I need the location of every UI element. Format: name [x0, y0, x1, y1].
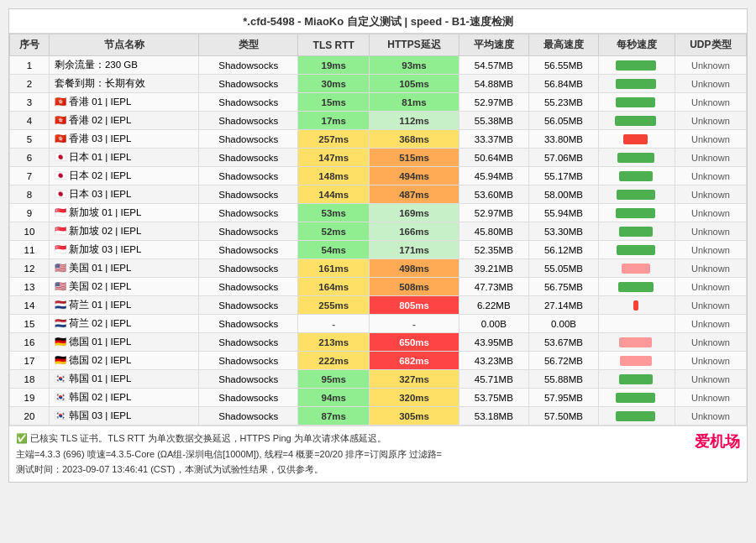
cell-max-speed: 53.30MB — [528, 222, 598, 241]
col-persec: 每秒速度 — [599, 34, 675, 56]
table-row: 10🇸🇬 新加坡 02 | IEPLShadowsocks52ms166ms45… — [10, 222, 747, 241]
cell-speed-bar — [599, 185, 675, 204]
cell-avg-speed: 45.80MB — [459, 222, 528, 241]
cell-https: 112ms — [370, 112, 459, 130]
cell-udp: Unknown — [675, 75, 746, 93]
cell-max-speed: 53.67MB — [528, 333, 598, 352]
cell-udp: Unknown — [675, 222, 746, 241]
cell-avg-speed: 45.71MB — [459, 370, 528, 389]
cell-max-speed: 27.14MB — [528, 296, 598, 315]
cell-type: Shadowsocks — [199, 130, 298, 149]
cell-max-speed: 56.75MB — [528, 278, 598, 296]
cell-https: 498ms — [370, 259, 459, 278]
cell-avg-speed: 53.18MB — [459, 407, 528, 426]
cell-id: 5 — [10, 130, 50, 149]
cell-id: 9 — [10, 204, 50, 222]
cell-speed-bar — [599, 333, 675, 352]
cell-https: 494ms — [370, 167, 459, 185]
cell-udp: Unknown — [675, 407, 746, 426]
cell-id: 10 — [10, 222, 50, 241]
cell-max-speed: 55.17MB — [528, 167, 598, 185]
cell-id: 12 — [10, 259, 50, 278]
col-name: 节点名称 — [49, 34, 198, 56]
cell-type: Shadowsocks — [199, 93, 298, 112]
cell-tls: 15ms — [298, 93, 370, 112]
cell-speed-bar — [599, 370, 675, 389]
table-row: 1剩余流量：230 GBShadowsocks19ms93ms54.57MB56… — [10, 56, 747, 75]
speed-bar-visual — [615, 116, 656, 126]
speed-bar-visual — [616, 79, 656, 89]
cell-https: 368ms — [370, 130, 459, 149]
cell-speed-bar — [599, 296, 675, 315]
cell-tls: 95ms — [298, 370, 370, 389]
cell-https: 93ms — [370, 56, 459, 75]
speed-bar-visual — [616, 411, 655, 421]
cell-name: 剩余流量：230 GB — [49, 56, 198, 75]
cell-tls: 17ms — [298, 112, 370, 130]
cell-type: Shadowsocks — [199, 112, 298, 130]
table-row: 3🇭🇰 香港 01 | IEPLShadowsocks15ms81ms52.97… — [10, 93, 747, 112]
speed-bar-visual — [616, 208, 655, 218]
table-body: 1剩余流量：230 GBShadowsocks19ms93ms54.57MB56… — [10, 56, 747, 426]
col-max: 最高速度 — [528, 34, 598, 56]
speed-bar-visual — [616, 97, 655, 107]
speed-bar-visual — [619, 374, 653, 384]
speed-bar-visual — [617, 190, 655, 200]
page-title: *.cfd-5498 - MiaoKo 自定义测试 | speed - B1-速… — [9, 9, 747, 34]
cell-https: 682ms — [370, 352, 459, 370]
speed-bar-visual — [617, 153, 654, 163]
cell-https: 320ms — [370, 389, 459, 407]
cell-type: Shadowsocks — [199, 407, 298, 426]
flag-icon: 🇸🇬 — [55, 226, 66, 236]
cell-name: 🇺🇸 美国 01 | IEPL — [49, 259, 198, 278]
cell-type: Shadowsocks — [199, 259, 298, 278]
cell-id: 20 — [10, 407, 50, 426]
cell-name: 🇭🇰 香港 01 | IEPL — [49, 93, 198, 112]
cell-udp: Unknown — [675, 370, 746, 389]
cell-type: Shadowsocks — [199, 333, 298, 352]
cell-udp: Unknown — [675, 259, 746, 278]
table-row: 20🇰🇷 韩国 03 | IEPLShadowsocks87ms305ms53.… — [10, 407, 747, 426]
cell-name: 🇭🇰 香港 03 | IEPL — [49, 130, 198, 149]
cell-tls: 148ms — [298, 167, 370, 185]
cell-type: Shadowsocks — [199, 241, 298, 259]
flag-icon: 🇰🇷 — [55, 410, 66, 420]
cell-type: Shadowsocks — [199, 149, 298, 167]
cell-https: 169ms — [370, 204, 459, 222]
cell-tls: 54ms — [298, 241, 370, 259]
cell-name: 🇸🇬 新加坡 03 | IEPL — [49, 241, 198, 259]
cell-type: Shadowsocks — [199, 296, 298, 315]
cell-udp: Unknown — [675, 112, 746, 130]
cell-avg-speed: 50.64MB — [459, 149, 528, 167]
cell-id: 1 — [10, 56, 50, 75]
cell-speed-bar — [599, 204, 675, 222]
main-container: *.cfd-5498 - MiaoKo 自定义测试 | speed - B1-速… — [8, 8, 748, 483]
cell-udp: Unknown — [675, 333, 746, 352]
cell-type: Shadowsocks — [199, 352, 298, 370]
cell-name: 🇩🇪 德国 01 | IEPL — [49, 333, 198, 352]
cell-name: 🇯🇵 日本 01 | IEPL — [49, 149, 198, 167]
cell-max-speed: 55.88MB — [528, 370, 598, 389]
cell-speed-bar — [599, 389, 675, 407]
cell-speed-bar — [599, 241, 675, 259]
table-row: 8🇯🇵 日本 03 | IEPLShadowsocks144ms487ms53.… — [10, 185, 747, 204]
col-avg: 平均速度 — [459, 34, 528, 56]
cell-https: 171ms — [370, 241, 459, 259]
cell-max-speed: 56.72MB — [528, 352, 598, 370]
table-row: 6🇯🇵 日本 01 | IEPLShadowsocks147ms515ms50.… — [10, 149, 747, 167]
cell-tls: 53ms — [298, 204, 370, 222]
cell-speed-bar — [599, 75, 675, 93]
cell-https: 805ms — [370, 296, 459, 315]
cell-name: 🇰🇷 韩国 02 | IEPL — [49, 389, 198, 407]
cell-udp: Unknown — [675, 56, 746, 75]
table-row: 19🇰🇷 韩国 02 | IEPLShadowsocks94ms320ms53.… — [10, 389, 747, 407]
cell-tls: 255ms — [298, 296, 370, 315]
cell-https: 166ms — [370, 222, 459, 241]
cell-udp: Unknown — [675, 315, 746, 333]
table-row: 2套餐到期：长期有效Shadowsocks30ms105ms54.88MB56.… — [10, 75, 747, 93]
table-row: 11🇸🇬 新加坡 03 | IEPLShadowsocks54ms171ms52… — [10, 241, 747, 259]
cell-tls: 144ms — [298, 185, 370, 204]
cell-udp: Unknown — [675, 204, 746, 222]
flag-icon: 🇺🇸 — [55, 263, 66, 273]
footer-line2: 主端=4.3.3 (696) 喷速=4.3.5-Core (ΩA组-深圳电信[1… — [16, 446, 740, 462]
